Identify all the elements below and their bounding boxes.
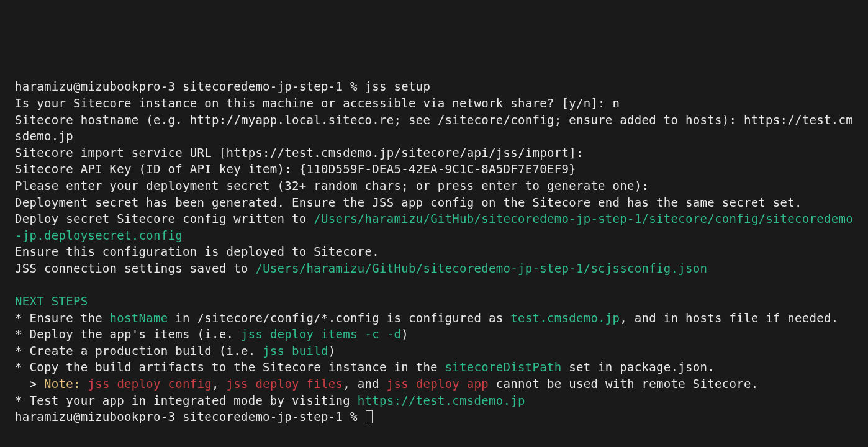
cursor-icon — [366, 410, 373, 423]
step-line: * Ensure the hostName in /sitecore/confi… — [15, 311, 839, 325]
command: jss deploy config — [88, 377, 212, 391]
terminal-line: Is your Sitecore instance on this machin… — [15, 96, 620, 110]
terminal-line: Please enter your deployment secret (32+… — [15, 179, 656, 192]
terminal-line: Ensure this configuration is deployed to… — [15, 245, 379, 258]
terminal-line: Sitecore hostname (e.g. http://myapp.loc… — [15, 113, 853, 143]
note-label: Note: — [44, 377, 81, 391]
step-line: * Create a production build (i.e. jss bu… — [15, 344, 336, 358]
command: jss deploy app — [387, 377, 489, 391]
terminal-line: JSS connection settings saved to /Users/… — [15, 261, 707, 275]
terminal-line: Sitecore API Key (ID of API key item): {… — [15, 162, 576, 176]
terminal-output[interactable]: haramizu@mizubookpro-3 sitecoredemo-jp-s… — [15, 78, 853, 425]
step-line: * Test your app in integrated mode by vi… — [15, 394, 525, 407]
keyword-hostname: hostName — [110, 311, 168, 325]
terminal-prompt[interactable]: haramizu@mizubookpro-3 sitecoredemo-jp-s… — [15, 410, 373, 423]
url: https://test.cmsdemo.jp — [358, 394, 525, 407]
terminal-line: Sitecore import service URL [https://tes… — [15, 146, 590, 160]
step-line: * Copy the build artifacts to the Siteco… — [15, 360, 715, 374]
hostname-value: test.cmsdemo.jp — [510, 311, 620, 325]
terminal-line: Deploy secret Sitecore config written to… — [15, 212, 853, 242]
keyword-distpath: sitecoreDistPath — [445, 360, 562, 374]
step-line: * Deploy the app's items (i.e. jss deplo… — [15, 327, 409, 341]
terminal-line: Deployment secret has been generated. En… — [15, 196, 802, 209]
note-line: > Note: jss deploy config, jss deploy fi… — [15, 377, 758, 391]
command: jss build — [263, 344, 328, 358]
next-steps-heading: NEXT STEPS — [15, 294, 88, 308]
terminal-line: haramizu@mizubookpro-3 sitecoredemo-jp-s… — [15, 79, 430, 93]
command: jss deploy files — [226, 377, 343, 391]
config-path: /Users/haramizu/GitHub/sitecoredemo-jp-s… — [255, 261, 707, 275]
command: jss deploy items -c -d — [241, 327, 401, 341]
